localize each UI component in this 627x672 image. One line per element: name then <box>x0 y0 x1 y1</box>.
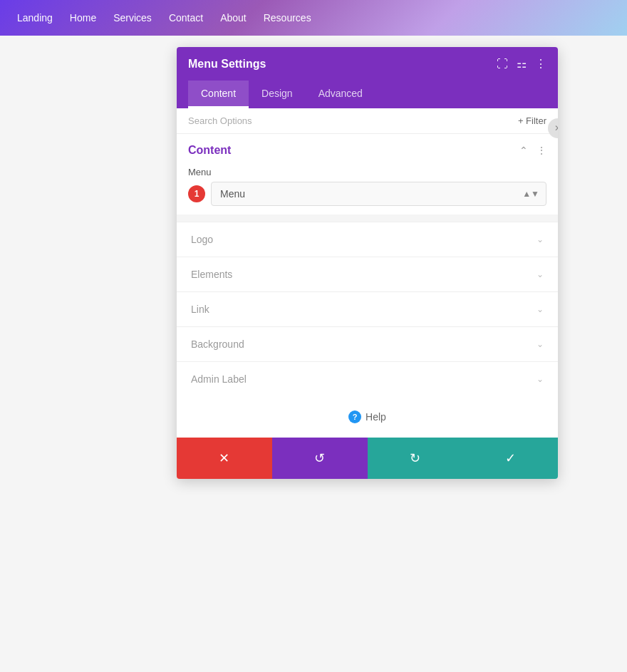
menu-field-group: Menu 1 Menu Primary Menu Footer Menu ▲▼ <box>177 164 558 214</box>
menu-field-row: 1 Menu Primary Menu Footer Menu ▲▼ <box>188 182 546 206</box>
search-area: Search Options + Filter <box>177 108 558 134</box>
accordion-link-label: Link <box>191 304 209 315</box>
accordion-admin-label-text: Admin Label <box>191 373 247 385</box>
nav-resources[interactable]: Resources <box>255 8 320 28</box>
save-button[interactable]: ✓ <box>462 438 558 479</box>
search-placeholder: Search Options <box>188 115 252 126</box>
nav-contact[interactable]: Contact <box>160 8 212 28</box>
main-area: Menu Settings ⛶ ⚏ ⋮ Content Design Advan… <box>0 36 627 672</box>
nav-about[interactable]: About <box>212 8 255 28</box>
top-navigation: Landing Home Services Contact About Reso… <box>0 0 627 36</box>
accordion-logo-chevron: ⌄ <box>537 234 544 244</box>
tab-content[interactable]: Content <box>188 81 249 108</box>
panel-body: Search Options + Filter Content ⌃ ⋮ Menu… <box>177 108 558 438</box>
tab-design[interactable]: Design <box>249 81 306 108</box>
save-icon: ✓ <box>505 450 516 466</box>
nav-home[interactable]: Home <box>61 8 105 28</box>
accordion-background-label: Background <box>191 338 244 350</box>
collapse-icon[interactable]: ⌃ <box>519 145 528 156</box>
undo-button[interactable]: ↺ <box>272 438 368 479</box>
nav-services[interactable]: Services <box>105 8 160 28</box>
menu-select[interactable]: Menu Primary Menu Footer Menu <box>211 182 546 206</box>
accordion-elements-label: Elements <box>191 269 232 280</box>
accordion-admin-label[interactable]: Admin Label ⌄ <box>177 361 558 396</box>
panel-footer: ✕ ↺ ↻ ✓ <box>177 438 558 479</box>
filter-label: + Filter <box>518 115 546 126</box>
accordion-background-chevron: ⌄ <box>537 339 544 349</box>
nav-landing[interactable]: Landing <box>9 8 61 28</box>
redo-button[interactable]: ↻ <box>368 438 463 479</box>
more-options-icon[interactable]: ⋮ <box>535 57 546 71</box>
menu-select-wrapper: Menu Primary Menu Footer Menu ▲▼ <box>211 182 546 206</box>
panel-header-icons: ⛶ ⚏ ⋮ <box>497 57 546 71</box>
section-header-controls: ⌃ ⋮ <box>519 145 546 156</box>
tab-advanced[interactable]: Advanced <box>306 81 375 108</box>
help-text[interactable]: Help <box>366 411 386 423</box>
help-area: ? Help <box>177 396 558 438</box>
redo-icon: ↻ <box>410 450 420 466</box>
filter-button[interactable]: + Filter <box>518 115 546 126</box>
cancel-icon: ✕ <box>219 450 229 466</box>
accordion-link[interactable]: Link ⌄ <box>177 291 558 326</box>
accordion-logo[interactable]: Logo ⌄ <box>177 222 558 257</box>
accordion-admin-chevron: ⌄ <box>537 374 544 384</box>
content-divider <box>177 214 558 222</box>
cancel-button[interactable]: ✕ <box>177 438 272 479</box>
menu-field-label: Menu <box>188 167 546 177</box>
content-section-header: Content ⌃ ⋮ <box>177 134 558 164</box>
accordion-elements-chevron: ⌄ <box>537 269 544 279</box>
menu-badge: 1 <box>188 185 205 202</box>
accordion-elements[interactable]: Elements ⌄ <box>177 257 558 291</box>
expand-icon[interactable]: ⛶ <box>497 58 508 71</box>
panel-header: Menu Settings ⛶ ⚏ ⋮ <box>177 47 558 81</box>
undo-icon: ↺ <box>314 450 325 466</box>
menu-settings-panel: Menu Settings ⛶ ⚏ ⋮ Content Design Advan… <box>177 47 558 479</box>
accordion-logo-label: Logo <box>191 234 213 245</box>
section-more-icon[interactable]: ⋮ <box>537 145 546 156</box>
tabs-bar: Content Design Advanced <box>177 81 558 108</box>
help-icon[interactable]: ? <box>348 410 361 423</box>
accordion-background[interactable]: Background ⌄ <box>177 326 558 361</box>
section-title: Content <box>188 144 231 157</box>
panel-title: Menu Settings <box>188 58 266 71</box>
columns-icon[interactable]: ⚏ <box>517 57 527 71</box>
accordion-link-chevron: ⌄ <box>537 304 544 314</box>
